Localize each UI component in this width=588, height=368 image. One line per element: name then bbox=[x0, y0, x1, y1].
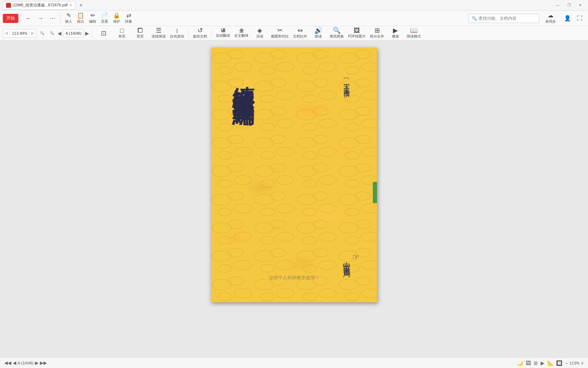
status-view-button[interactable]: 🔲 bbox=[556, 360, 562, 366]
find-replace-icon: 🔍 bbox=[333, 27, 341, 34]
screenshot-compare-button[interactable]: ✂ 截图和对比 bbox=[270, 27, 290, 39]
night-mode-button[interactable]: 🌙 bbox=[517, 360, 523, 366]
sep5 bbox=[211, 28, 212, 38]
new-tab-button[interactable]: + bbox=[77, 1, 85, 10]
split-merge-button[interactable]: ⊞ 拆分合并 bbox=[369, 27, 386, 39]
play-icon: ▶ bbox=[393, 27, 398, 34]
next-page-button[interactable]: ▶ bbox=[85, 30, 89, 36]
tab-close-button[interactable]: × bbox=[70, 3, 72, 8]
edit-icon: ✏ bbox=[90, 13, 95, 18]
zoom-in-button[interactable]: ▷ bbox=[30, 31, 36, 35]
status-grid-button[interactable]: ⊞ bbox=[534, 360, 538, 366]
fit-icon: ⊡ bbox=[101, 30, 106, 36]
status-zoom-in[interactable]: + bbox=[581, 360, 584, 366]
book-main-title: 續資治通鑒長編 bbox=[232, 69, 254, 88]
more-button[interactable]: ⋯ bbox=[47, 12, 58, 25]
page-input[interactable]: A (1/648) bbox=[63, 29, 84, 38]
insert-label: 插入 bbox=[65, 19, 72, 24]
title-bar: 22MB_续资治通鉴...872476.pdf × + — ❐ ✕ bbox=[0, 0, 588, 11]
fit-button[interactable]: ⊡ bbox=[95, 27, 112, 39]
protect-label: 保护 bbox=[113, 19, 120, 24]
close-button[interactable]: ✕ bbox=[575, 2, 585, 9]
continuous-read-button[interactable]: ☰ 连续阅读 bbox=[150, 27, 167, 39]
status-thumbnail-button[interactable]: 🖼 bbox=[526, 360, 531, 366]
status-layout-button[interactable]: 📐 bbox=[547, 360, 553, 366]
rotate-label: 旋转文档 bbox=[193, 34, 207, 39]
doc-compare-button[interactable]: ⇔ 文档比对 bbox=[292, 27, 308, 39]
protect-button[interactable]: 🔒 保护 bbox=[111, 12, 122, 25]
pdf-page: 續資治通鑒長編 〔宋〕李燾撰 中華書局 仅供个人科研教学使用！ ☞ bbox=[211, 47, 377, 302]
prev-page-button[interactable]: ◀ bbox=[58, 30, 61, 36]
auto-scroll-button[interactable]: ↕ 自动滚动 bbox=[169, 27, 186, 39]
pdf-image-label: PDF转图片 bbox=[348, 34, 366, 39]
status-page-nav: ◀◀ ◀ A (1/648) ▶ ▶▶ bbox=[4, 360, 47, 366]
status-zoom-out[interactable]: − bbox=[565, 360, 568, 366]
main-toolbar: 开始 ← → ⋯ ✎ 插入 📋 批注 ✏ 编辑 📄 页面 🔒 保护 ⇄ 转换 🔍… bbox=[0, 11, 588, 26]
annotate-button[interactable]: 📋 批注 bbox=[75, 12, 86, 25]
forward-icon: → bbox=[38, 16, 43, 21]
tab-title: 22MB_续资治通鉴...872476.pdf bbox=[13, 2, 67, 8]
page-button[interactable]: 📄 页面 bbox=[99, 12, 110, 25]
active-tab[interactable]: 22MB_续资治通鉴...872476.pdf × bbox=[3, 1, 75, 10]
full-translate-icon: 全 bbox=[239, 28, 244, 33]
status-last-page[interactable]: ▶▶ bbox=[40, 360, 47, 366]
read-aloud-label: 朗读 bbox=[315, 34, 322, 39]
secondary-toolbar: ◁ 113.49% ▷ 🔍 🔍 ◀ A (1/648) ▶ ⊡ □ 单页 ⧠ 双… bbox=[0, 26, 588, 40]
word-translate-label: 划词翻译 bbox=[216, 33, 230, 38]
insert-button[interactable]: ✎ 插入 bbox=[63, 12, 74, 25]
word-translate-icon: 译 bbox=[221, 28, 225, 33]
status-bar: ◀◀ ◀ A (1/648) ▶ ▶▶ 🌙 🖼 ⊞ ▶ 📐 🔲 − 113% + bbox=[0, 357, 588, 368]
convert-label: 转换 bbox=[125, 19, 132, 24]
rotate-button[interactable]: ↺ 旋转文档 bbox=[192, 27, 208, 39]
back-icon: ← bbox=[26, 16, 31, 21]
pdf-container[interactable]: 續資治通鑒長編 〔宋〕李燾撰 中華書局 仅供个人科研教学使用！ ☞ bbox=[0, 40, 588, 357]
single-page-label: 单页 bbox=[118, 34, 125, 39]
double-page-button[interactable]: ⧠ 双页 bbox=[132, 27, 149, 39]
zoom-out-icon-button[interactable]: 🔍 bbox=[38, 27, 46, 40]
search-bar[interactable]: 🔍 bbox=[469, 14, 539, 23]
status-next-page[interactable]: ▶ bbox=[35, 360, 39, 366]
pdf-to-image-button[interactable]: 🖼 PDF转图片 bbox=[347, 27, 367, 39]
minimize-button[interactable]: — bbox=[553, 2, 563, 9]
restore-button[interactable]: ❐ bbox=[564, 2, 574, 9]
read-aloud-button[interactable]: 🔊 朗读 bbox=[310, 27, 327, 39]
insert-icon: ✎ bbox=[66, 13, 71, 18]
back-button[interactable]: ← bbox=[23, 12, 34, 25]
view-area: 續資治通鑒長編 〔宋〕李燾撰 中華書局 仅供个人科研教学使用！ ☞ bbox=[0, 40, 588, 357]
full-translate-label: 全文翻译 bbox=[234, 33, 248, 38]
fullscreen-button[interactable]: ⛶ bbox=[574, 12, 585, 25]
start-button[interactable]: 开始 bbox=[3, 14, 18, 23]
convert-icon: ⇄ bbox=[127, 13, 131, 18]
window-controls: — ❐ ✕ bbox=[553, 2, 585, 9]
sync-button[interactable]: ☁ 未同步 bbox=[540, 12, 561, 25]
user-button[interactable]: 👤 bbox=[562, 12, 573, 25]
search-input[interactable] bbox=[478, 16, 535, 21]
bookmark-tab bbox=[373, 182, 377, 203]
page-label: 页面 bbox=[101, 19, 108, 24]
compress-button[interactable]: ◈ 压缩 bbox=[251, 27, 268, 39]
find-replace-label: 查找替换 bbox=[330, 34, 344, 39]
play-label: 播放 bbox=[392, 34, 399, 39]
edit-label: 编辑 bbox=[89, 19, 96, 24]
zoom-out-button[interactable]: ◁ bbox=[3, 31, 10, 35]
status-play-button[interactable]: ▶ bbox=[541, 360, 545, 366]
forward-button[interactable]: → bbox=[35, 12, 46, 25]
find-replace-button[interactable]: 🔍 查找替换 bbox=[328, 27, 345, 39]
edit-button[interactable]: ✏ 编辑 bbox=[87, 12, 98, 25]
play-button[interactable]: ▶ 播放 bbox=[387, 27, 404, 39]
status-prev-page[interactable]: ◀ bbox=[13, 360, 16, 366]
read-mode-button[interactable]: 📖 阅读模式 bbox=[405, 27, 422, 39]
pdf-file-icon bbox=[6, 3, 11, 8]
zoom-in-icon-button[interactable]: 🔍 bbox=[48, 27, 56, 40]
status-first-page[interactable]: ◀◀ bbox=[4, 360, 11, 366]
doc-compare-label: 文档比对 bbox=[293, 34, 307, 39]
status-zoom-value: 113% bbox=[570, 361, 580, 365]
word-translate-button[interactable]: 译 划词翻译 bbox=[214, 27, 231, 39]
full-translate-button[interactable]: 全 全文翻译 bbox=[233, 27, 250, 39]
split-merge-label: 拆分合并 bbox=[370, 34, 384, 39]
single-page-button[interactable]: □ 单页 bbox=[113, 27, 130, 39]
page-icon: 📄 bbox=[101, 13, 108, 18]
convert-button[interactable]: ⇄ 转换 bbox=[123, 12, 134, 25]
zoom-control[interactable]: ◁ 113.49% ▷ bbox=[3, 29, 36, 38]
page-navigation: ◀ A (1/648) ▶ bbox=[58, 29, 89, 38]
